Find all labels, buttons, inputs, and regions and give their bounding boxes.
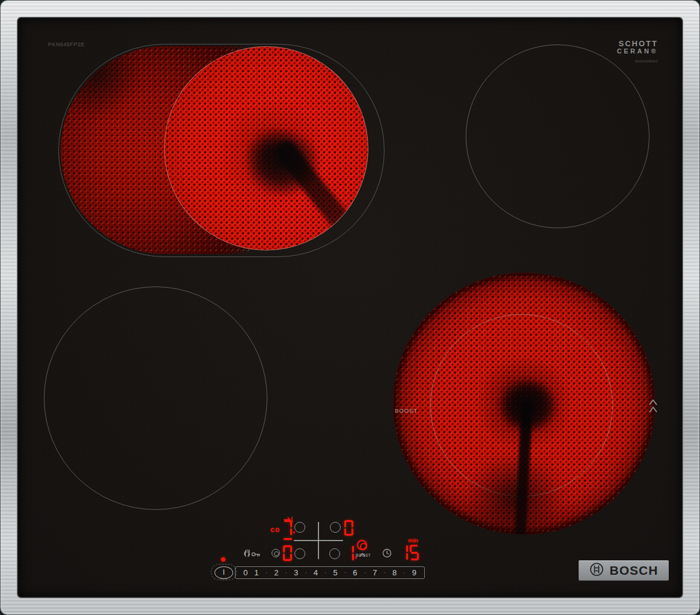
slider-separator-dot: ·	[403, 570, 405, 576]
slider-separator-dot: ·	[266, 570, 267, 576]
seven-segment-digit	[399, 545, 408, 560]
zone-select-front-right[interactable]	[329, 548, 340, 559]
display-front-right-level	[345, 545, 354, 561]
slider-level-1[interactable]: 1	[254, 569, 258, 577]
slider-separator-dot: ·	[344, 570, 346, 576]
slider-separator-dot: ·	[285, 570, 287, 576]
zone-select-rear-right[interactable]	[330, 522, 341, 533]
slider-level-0[interactable]: 0	[243, 569, 248, 577]
bosch-emblem-icon	[589, 562, 604, 579]
dual-circuit-indicator: co	[270, 526, 280, 534]
slider-level-5[interactable]: 5	[333, 569, 338, 577]
slider-separator-dot: ·	[305, 570, 306, 576]
power-indicator-dot	[221, 557, 225, 562]
timer-unit-label: min	[408, 537, 418, 544]
slider-level-9[interactable]: 9	[412, 569, 416, 577]
zone-select-rear-left[interactable]	[294, 522, 305, 533]
display-underline-dash	[284, 538, 292, 540]
slider-level-6[interactable]: 6	[353, 569, 357, 577]
display-rear-right-level	[344, 520, 353, 536]
slider-level-2[interactable]: 2	[274, 569, 278, 577]
slider-level-7[interactable]: 7	[373, 569, 377, 577]
boost-key-label: BOOST	[356, 553, 371, 557]
display-decimal-dot	[293, 532, 295, 533]
zone-select-front-left[interactable]	[294, 548, 305, 559]
bosch-logo-text: BOSCH	[610, 563, 659, 578]
slider-level-8[interactable]: 8	[392, 569, 397, 577]
child-lock-icon[interactable]	[242, 547, 261, 562]
seven-segment-digit	[344, 520, 353, 536]
timer-clock-icon[interactable]	[382, 548, 392, 560]
display-timer-minutes	[399, 545, 419, 560]
seven-segment-digit	[410, 545, 419, 560]
touch-control-panel: co	[18, 18, 682, 597]
slider-level-3[interactable]: 3	[294, 569, 298, 577]
power-level-slider[interactable]: 01·2·3·4·5·6·7·8·9	[235, 566, 425, 579]
power-key-area: I	[211, 564, 237, 580]
dual-zone-select-icon[interactable]	[272, 549, 280, 557]
cooktop: PKN645FP2E SCHOTT CERAN® 9001608660	[0, 0, 700, 615]
power-key[interactable]: I	[215, 566, 233, 579]
slider-separator-dot: ·	[383, 570, 385, 576]
slider-separator-dot: ·	[364, 570, 366, 576]
ceramic-glass-surface: PKN645FP2E SCHOTT CERAN® 9001608660	[18, 18, 682, 597]
slider-separator-dot: ·	[324, 570, 326, 576]
display-front-left-level	[283, 545, 292, 561]
zone-map-horizontal-line	[294, 540, 343, 541]
bosch-logo-plate: BOSCH	[579, 560, 669, 581]
seven-segment-digit	[283, 545, 292, 561]
slider-level-4[interactable]: 4	[314, 569, 318, 577]
seven-segment-digit	[283, 520, 292, 536]
seven-segment-digit	[345, 545, 354, 561]
display-rear-left-level	[283, 520, 292, 536]
